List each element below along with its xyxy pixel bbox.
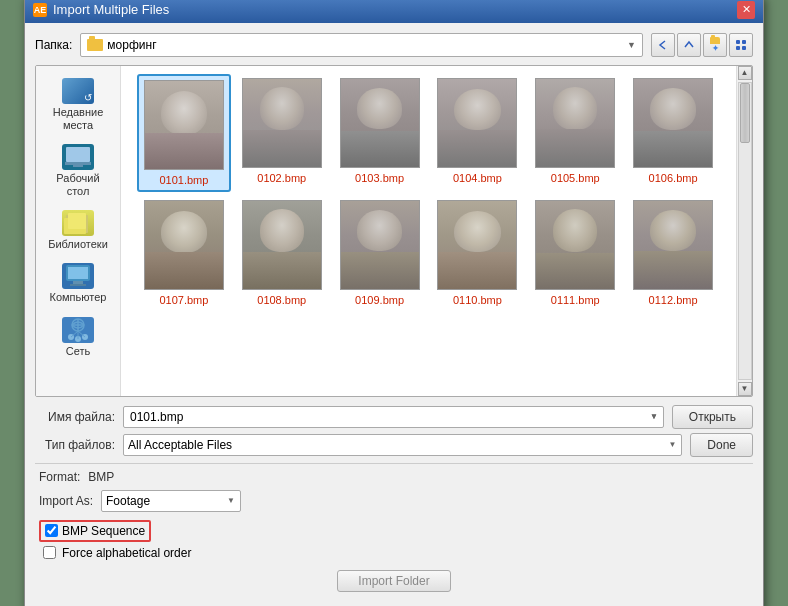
file-item-0108[interactable]: 0108.bmp [235, 196, 329, 310]
file-item-0112[interactable]: 0112.bmp [626, 196, 720, 310]
svg-rect-1 [742, 40, 746, 44]
filetype-row: Тип файлов: All Acceptable Files Done [35, 433, 753, 457]
file-item-0109[interactable]: 0109.bmp [333, 196, 427, 310]
titlebar-left: AE Import Multiple Files [33, 2, 169, 17]
nav-view-button[interactable] [729, 33, 753, 57]
import-folder-button[interactable]: Import Folder [337, 570, 450, 592]
desktop-icon [62, 144, 94, 170]
filename-input[interactable] [123, 406, 664, 428]
svg-rect-13 [70, 284, 86, 286]
sidebar-item-network[interactable]: Сеть [38, 313, 118, 362]
filename-0109: 0109.bmp [355, 294, 404, 306]
format-row: Format: BMP [39, 470, 749, 484]
file-item-0103[interactable]: 0103.bmp [333, 74, 427, 192]
filename-0107: 0107.bmp [159, 294, 208, 306]
bmp-sequence-row: BMP Sequence [39, 520, 749, 542]
svg-rect-9 [68, 213, 86, 229]
network-icon [62, 317, 94, 343]
format-value: BMP [88, 470, 114, 484]
computer-icon [62, 263, 94, 289]
filename-0111: 0111.bmp [551, 294, 600, 306]
open-button[interactable]: Открыть [672, 405, 753, 429]
sidebar-item-libraries[interactable]: Библиотеки [38, 206, 118, 255]
force-alpha-checkbox[interactable] [43, 546, 56, 559]
import-as-select[interactable]: Footage Composition Composition - Retain… [101, 490, 241, 512]
scrollbar-thumb[interactable] [740, 83, 750, 143]
svg-rect-6 [73, 165, 83, 167]
file-item-0106[interactable]: 0106.bmp [626, 74, 720, 192]
close-button[interactable]: ✕ [737, 1, 755, 19]
file-thumb-0106 [633, 78, 713, 168]
scrollbar[interactable]: ▲ ▼ [736, 66, 752, 396]
folder-icon [87, 39, 103, 51]
folder-path-field[interactable]: морфинг ▼ [80, 33, 643, 57]
svg-rect-0 [736, 40, 740, 44]
main-area: Недавниеместа Рабочийстол [35, 65, 753, 397]
filename-0112: 0112.bmp [649, 294, 698, 306]
sidebar-item-network-label: Сеть [66, 345, 90, 358]
filename-0102: 0102.bmp [257, 172, 306, 184]
dropdown-arrow: ▼ [627, 40, 636, 50]
folder-label: Папка: [35, 38, 72, 52]
file-item-0101[interactable]: 0101.bmp [137, 74, 231, 192]
file-thumb-0101 [144, 80, 224, 170]
filename-0108: 0108.bmp [257, 294, 306, 306]
file-item-0102[interactable]: 0102.bmp [235, 74, 329, 192]
file-item-0110[interactable]: 0110.bmp [431, 196, 525, 310]
filename-0110: 0110.bmp [453, 294, 502, 306]
filetype-select[interactable]: All Acceptable Files [123, 434, 682, 456]
sidebar-item-computer[interactable]: Компьютер [38, 259, 118, 308]
filename-row: Имя файла: ▼ Открыть [35, 405, 753, 429]
filetype-label: Тип файлов: [35, 438, 115, 452]
svg-rect-12 [73, 281, 83, 284]
folder-name: морфинг [107, 38, 156, 52]
import-as-row: Import As: Footage Composition Compositi… [39, 490, 749, 512]
format-label: Format: [39, 470, 80, 484]
sidebar: Недавниеместа Рабочийстол [36, 66, 121, 396]
nav-up-button[interactable] [677, 33, 701, 57]
file-grid: 0101.bmp 0102.bmp [129, 66, 728, 396]
top-bar: Папка: морфинг ▼ [35, 33, 753, 57]
svg-rect-11 [68, 267, 88, 279]
file-thumb-0110 [437, 200, 517, 290]
filename-0101: 0101.bmp [159, 174, 208, 186]
svg-line-20 [71, 331, 78, 337]
file-thumb-0104 [437, 78, 517, 168]
library-icon [62, 210, 94, 236]
filename-0106: 0106.bmp [649, 172, 698, 184]
done-button[interactable]: Done [690, 433, 753, 457]
import-folder-row: Import Folder [39, 566, 749, 592]
file-thumb-0111 [535, 200, 615, 290]
file-item-0107[interactable]: 0107.bmp [137, 196, 231, 310]
ae-icon: AE [33, 3, 47, 17]
scrollbar-up[interactable]: ▲ [738, 66, 752, 80]
filename-label: Имя файла: [35, 410, 115, 424]
filename-input-wrapper: ▼ [123, 406, 664, 428]
svg-rect-2 [736, 46, 740, 50]
bmp-sequence-wrapper: BMP Sequence [39, 520, 151, 542]
file-item-0104[interactable]: 0104.bmp [431, 74, 525, 192]
nav-back-button[interactable] [651, 33, 675, 57]
sidebar-item-desktop[interactable]: Рабочийстол [38, 140, 118, 202]
file-thumb-0108 [242, 200, 322, 290]
bottom-fields: Имя файла: ▼ Открыть Тип файлов: All Acc… [35, 405, 753, 457]
file-item-0111[interactable]: 0111.bmp [528, 196, 622, 310]
sidebar-item-computer-label: Компьютер [50, 291, 107, 304]
filename-0104: 0104.bmp [453, 172, 502, 184]
bottom-section: Format: BMP Import As: Footage Compositi… [35, 470, 753, 600]
nav-buttons: ✦ [651, 33, 753, 57]
sidebar-item-recent[interactable]: Недавниеместа [38, 74, 118, 136]
svg-rect-4 [66, 147, 90, 162]
dialog-body: Папка: морфинг ▼ [25, 23, 763, 607]
force-alpha-row: Force alphabetical order [43, 546, 749, 560]
titlebar: AE Import Multiple Files ✕ [25, 0, 763, 23]
scrollbar-down[interactable]: ▼ [738, 382, 752, 396]
recent-icon [62, 78, 94, 104]
file-item-0105[interactable]: 0105.bmp [528, 74, 622, 192]
import-as-select-wrapper: Footage Composition Composition - Retain… [101, 490, 241, 512]
svg-line-21 [78, 331, 85, 337]
bmp-sequence-label: BMP Sequence [62, 524, 145, 538]
filetype-select-wrapper: All Acceptable Files [123, 434, 682, 456]
bmp-sequence-checkbox[interactable] [45, 524, 58, 537]
nav-new-folder-button[interactable]: ✦ [703, 33, 727, 57]
